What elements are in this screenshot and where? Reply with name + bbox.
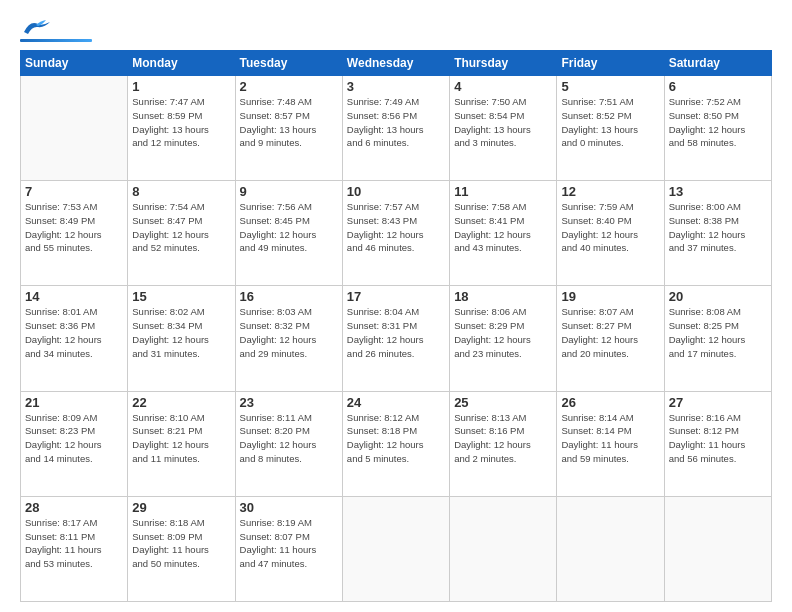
day-info: Sunrise: 7:56 AM Sunset: 8:45 PM Dayligh… — [240, 200, 338, 255]
table-row: 17Sunrise: 8:04 AM Sunset: 8:31 PM Dayli… — [342, 286, 449, 391]
table-row: 4Sunrise: 7:50 AM Sunset: 8:54 PM Daylig… — [450, 76, 557, 181]
day-number: 27 — [669, 395, 767, 410]
day-number: 4 — [454, 79, 552, 94]
day-info: Sunrise: 7:57 AM Sunset: 8:43 PM Dayligh… — [347, 200, 445, 255]
page: Sunday Monday Tuesday Wednesday Thursday… — [0, 0, 792, 612]
table-row: 26Sunrise: 8:14 AM Sunset: 8:14 PM Dayli… — [557, 391, 664, 496]
table-row — [557, 496, 664, 601]
day-number: 6 — [669, 79, 767, 94]
day-info: Sunrise: 8:11 AM Sunset: 8:20 PM Dayligh… — [240, 411, 338, 466]
table-row: 20Sunrise: 8:08 AM Sunset: 8:25 PM Dayli… — [664, 286, 771, 391]
day-number: 3 — [347, 79, 445, 94]
day-number: 30 — [240, 500, 338, 515]
col-friday: Friday — [557, 51, 664, 76]
table-row: 10Sunrise: 7:57 AM Sunset: 8:43 PM Dayli… — [342, 181, 449, 286]
table-row: 9Sunrise: 7:56 AM Sunset: 8:45 PM Daylig… — [235, 181, 342, 286]
day-info: Sunrise: 8:16 AM Sunset: 8:12 PM Dayligh… — [669, 411, 767, 466]
table-row: 23Sunrise: 8:11 AM Sunset: 8:20 PM Dayli… — [235, 391, 342, 496]
day-info: Sunrise: 8:10 AM Sunset: 8:21 PM Dayligh… — [132, 411, 230, 466]
table-row: 2Sunrise: 7:48 AM Sunset: 8:57 PM Daylig… — [235, 76, 342, 181]
day-info: Sunrise: 7:47 AM Sunset: 8:59 PM Dayligh… — [132, 95, 230, 150]
table-row — [664, 496, 771, 601]
day-info: Sunrise: 8:09 AM Sunset: 8:23 PM Dayligh… — [25, 411, 123, 466]
day-info: Sunrise: 7:48 AM Sunset: 8:57 PM Dayligh… — [240, 95, 338, 150]
day-info: Sunrise: 7:49 AM Sunset: 8:56 PM Dayligh… — [347, 95, 445, 150]
day-number: 24 — [347, 395, 445, 410]
day-info: Sunrise: 8:19 AM Sunset: 8:07 PM Dayligh… — [240, 516, 338, 571]
day-info: Sunrise: 7:54 AM Sunset: 8:47 PM Dayligh… — [132, 200, 230, 255]
calendar-header-row: Sunday Monday Tuesday Wednesday Thursday… — [21, 51, 772, 76]
col-wednesday: Wednesday — [342, 51, 449, 76]
day-info: Sunrise: 7:50 AM Sunset: 8:54 PM Dayligh… — [454, 95, 552, 150]
table-row: 16Sunrise: 8:03 AM Sunset: 8:32 PM Dayli… — [235, 286, 342, 391]
day-number: 17 — [347, 289, 445, 304]
table-row: 21Sunrise: 8:09 AM Sunset: 8:23 PM Dayli… — [21, 391, 128, 496]
day-number: 23 — [240, 395, 338, 410]
col-monday: Monday — [128, 51, 235, 76]
calendar-table: Sunday Monday Tuesday Wednesday Thursday… — [20, 50, 772, 602]
table-row: 5Sunrise: 7:51 AM Sunset: 8:52 PM Daylig… — [557, 76, 664, 181]
table-row: 22Sunrise: 8:10 AM Sunset: 8:21 PM Dayli… — [128, 391, 235, 496]
day-number: 13 — [669, 184, 767, 199]
table-row: 14Sunrise: 8:01 AM Sunset: 8:36 PM Dayli… — [21, 286, 128, 391]
day-info: Sunrise: 8:04 AM Sunset: 8:31 PM Dayligh… — [347, 305, 445, 360]
day-number: 22 — [132, 395, 230, 410]
calendar-week-row: 1Sunrise: 7:47 AM Sunset: 8:59 PM Daylig… — [21, 76, 772, 181]
table-row — [342, 496, 449, 601]
logo-line1 — [20, 18, 92, 38]
table-row: 1Sunrise: 7:47 AM Sunset: 8:59 PM Daylig… — [128, 76, 235, 181]
day-info: Sunrise: 8:00 AM Sunset: 8:38 PM Dayligh… — [669, 200, 767, 255]
day-number: 14 — [25, 289, 123, 304]
day-info: Sunrise: 8:03 AM Sunset: 8:32 PM Dayligh… — [240, 305, 338, 360]
col-thursday: Thursday — [450, 51, 557, 76]
table-row: 29Sunrise: 8:18 AM Sunset: 8:09 PM Dayli… — [128, 496, 235, 601]
calendar-week-row: 21Sunrise: 8:09 AM Sunset: 8:23 PM Dayli… — [21, 391, 772, 496]
day-number: 25 — [454, 395, 552, 410]
day-info: Sunrise: 7:58 AM Sunset: 8:41 PM Dayligh… — [454, 200, 552, 255]
table-row: 11Sunrise: 7:58 AM Sunset: 8:41 PM Dayli… — [450, 181, 557, 286]
day-info: Sunrise: 8:17 AM Sunset: 8:11 PM Dayligh… — [25, 516, 123, 571]
calendar-week-row: 28Sunrise: 8:17 AM Sunset: 8:11 PM Dayli… — [21, 496, 772, 601]
table-row: 7Sunrise: 7:53 AM Sunset: 8:49 PM Daylig… — [21, 181, 128, 286]
day-info: Sunrise: 8:01 AM Sunset: 8:36 PM Dayligh… — [25, 305, 123, 360]
day-number: 28 — [25, 500, 123, 515]
table-row: 19Sunrise: 8:07 AM Sunset: 8:27 PM Dayli… — [557, 286, 664, 391]
day-number: 19 — [561, 289, 659, 304]
logo — [20, 18, 92, 42]
day-info: Sunrise: 7:53 AM Sunset: 8:49 PM Dayligh… — [25, 200, 123, 255]
table-row: 28Sunrise: 8:17 AM Sunset: 8:11 PM Dayli… — [21, 496, 128, 601]
day-number: 29 — [132, 500, 230, 515]
day-number: 18 — [454, 289, 552, 304]
day-number: 9 — [240, 184, 338, 199]
day-number: 15 — [132, 289, 230, 304]
day-info: Sunrise: 7:51 AM Sunset: 8:52 PM Dayligh… — [561, 95, 659, 150]
calendar-week-row: 14Sunrise: 8:01 AM Sunset: 8:36 PM Dayli… — [21, 286, 772, 391]
day-info: Sunrise: 8:08 AM Sunset: 8:25 PM Dayligh… — [669, 305, 767, 360]
table-row: 18Sunrise: 8:06 AM Sunset: 8:29 PM Dayli… — [450, 286, 557, 391]
table-row: 3Sunrise: 7:49 AM Sunset: 8:56 PM Daylig… — [342, 76, 449, 181]
day-info: Sunrise: 8:02 AM Sunset: 8:34 PM Dayligh… — [132, 305, 230, 360]
day-number: 11 — [454, 184, 552, 199]
table-row: 12Sunrise: 7:59 AM Sunset: 8:40 PM Dayli… — [557, 181, 664, 286]
day-number: 12 — [561, 184, 659, 199]
table-row: 13Sunrise: 8:00 AM Sunset: 8:38 PM Dayli… — [664, 181, 771, 286]
day-info: Sunrise: 8:13 AM Sunset: 8:16 PM Dayligh… — [454, 411, 552, 466]
col-sunday: Sunday — [21, 51, 128, 76]
day-number: 20 — [669, 289, 767, 304]
bird-icon — [22, 18, 50, 36]
day-number: 16 — [240, 289, 338, 304]
table-row: 25Sunrise: 8:13 AM Sunset: 8:16 PM Dayli… — [450, 391, 557, 496]
day-number: 1 — [132, 79, 230, 94]
day-info: Sunrise: 8:07 AM Sunset: 8:27 PM Dayligh… — [561, 305, 659, 360]
table-row: 8Sunrise: 7:54 AM Sunset: 8:47 PM Daylig… — [128, 181, 235, 286]
day-number: 5 — [561, 79, 659, 94]
day-number: 10 — [347, 184, 445, 199]
day-info: Sunrise: 8:12 AM Sunset: 8:18 PM Dayligh… — [347, 411, 445, 466]
col-saturday: Saturday — [664, 51, 771, 76]
day-number: 21 — [25, 395, 123, 410]
header — [20, 18, 772, 42]
day-number: 7 — [25, 184, 123, 199]
logo-underline — [20, 39, 92, 42]
day-info: Sunrise: 8:06 AM Sunset: 8:29 PM Dayligh… — [454, 305, 552, 360]
day-info: Sunrise: 7:59 AM Sunset: 8:40 PM Dayligh… — [561, 200, 659, 255]
